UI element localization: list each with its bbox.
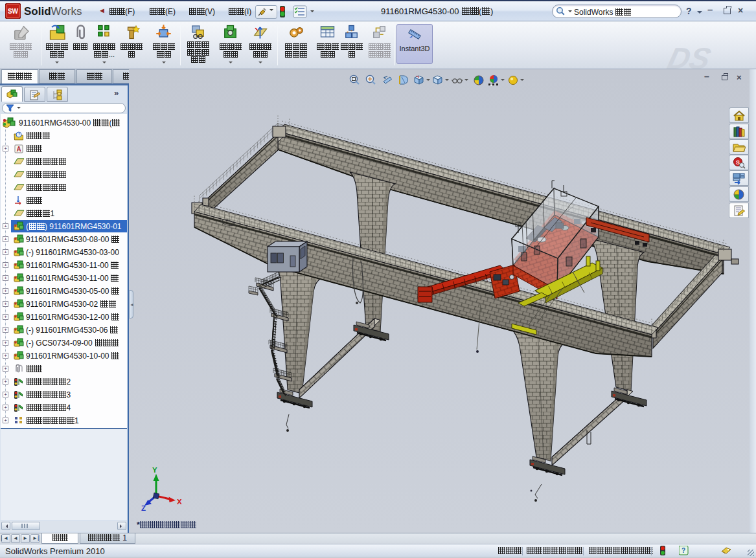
svg-text:Z: Z	[141, 504, 146, 512]
svg-text:S: S	[736, 159, 740, 166]
svg-text:?: ?	[682, 547, 685, 554]
svg-text:Y: Y	[152, 466, 157, 474]
svg-text:X: X	[177, 498, 182, 506]
svg-text:SW: SW	[8, 8, 19, 15]
svg-text:A: A	[16, 146, 21, 153]
